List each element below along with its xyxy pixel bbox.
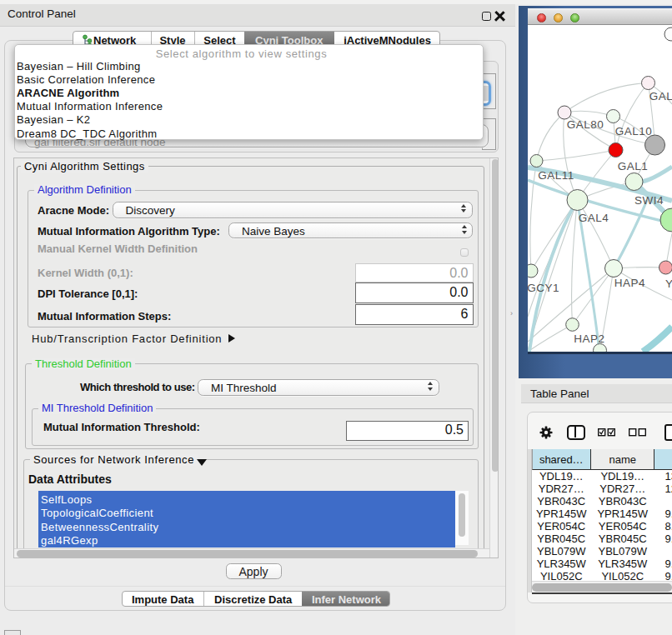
svg-text:GCY1: GCY1 xyxy=(528,282,559,294)
svg-text:SWI4: SWI4 xyxy=(634,194,664,207)
svg-text:GAL1: GAL1 xyxy=(618,160,649,172)
svg-text:GAL7: GAL7 xyxy=(649,90,672,102)
svg-text:GAL11: GAL11 xyxy=(538,169,574,182)
svg-text:GAL80: GAL80 xyxy=(567,118,604,131)
svg-text:YJ: YJ xyxy=(665,278,672,290)
svg-text:GAL10: GAL10 xyxy=(615,125,653,138)
svg-text:HAP4: HAP4 xyxy=(614,277,645,289)
svg-text:GAL4: GAL4 xyxy=(579,212,609,224)
svg-text:HAP2: HAP2 xyxy=(574,332,604,345)
